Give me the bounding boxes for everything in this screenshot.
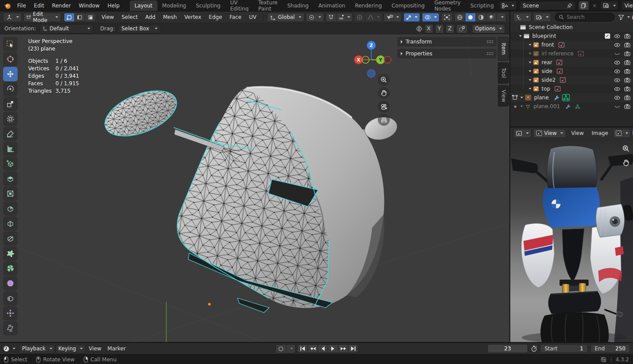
tool-measure[interactable] bbox=[3, 142, 18, 156]
shading-solid-button[interactable] bbox=[465, 13, 476, 22]
options-dropdown[interactable]: Options bbox=[472, 24, 505, 33]
transform-orientation-dropdown[interactable]: Global bbox=[267, 13, 304, 22]
hide-eye-icon[interactable] bbox=[614, 43, 620, 47]
zoom-button[interactable] bbox=[378, 74, 390, 86]
tool-annotate[interactable] bbox=[3, 127, 18, 141]
tool-transform[interactable] bbox=[3, 112, 18, 126]
new-scene-button[interactable] bbox=[578, 1, 589, 10]
auto-keying-settings[interactable] bbox=[286, 344, 296, 353]
show-overlays-toggle[interactable] bbox=[422, 13, 439, 22]
menu-view[interactable]: View bbox=[99, 12, 117, 22]
tool-loop-cut[interactable] bbox=[3, 216, 18, 231]
hide-eye-closed-icon[interactable] bbox=[614, 51, 620, 56]
outliner-row-side2[interactable]: side2 bbox=[510, 76, 633, 84]
outliner-search[interactable] bbox=[555, 13, 615, 22]
mirror-icon[interactable] bbox=[416, 25, 423, 32]
object-visibility-dropdown[interactable] bbox=[384, 13, 402, 22]
tab-compositing[interactable]: Compositing bbox=[387, 0, 429, 11]
blender-logo-icon[interactable] bbox=[4, 2, 11, 9]
npanel-tab-item[interactable]: Item bbox=[498, 37, 509, 61]
auto-keying-toggle[interactable] bbox=[275, 344, 286, 353]
properties-panel-header[interactable]: Properties bbox=[397, 49, 497, 58]
menu-add[interactable]: Add bbox=[142, 12, 158, 22]
menu-vertex[interactable]: Vertex bbox=[181, 12, 205, 22]
jump-to-end-button[interactable] bbox=[348, 344, 358, 353]
pan-button[interactable] bbox=[378, 87, 390, 99]
menu-face[interactable]: Face bbox=[227, 12, 245, 22]
hide-eye-icon[interactable] bbox=[614, 78, 620, 83]
menu-edit[interactable]: Edit bbox=[30, 1, 48, 11]
jump-prev-keyframe-button[interactable] bbox=[307, 344, 318, 353]
mirror-y-button[interactable]: Y bbox=[435, 24, 444, 33]
mode-dropdown[interactable]: Edit Mode bbox=[23, 13, 61, 22]
mirror-x-button[interactable]: X bbox=[424, 24, 433, 33]
frame-end-field[interactable]: End250 bbox=[590, 344, 630, 353]
editor-type-button[interactable] bbox=[3, 13, 22, 22]
tool-smooth[interactable] bbox=[3, 276, 18, 291]
tool-cursor[interactable] bbox=[3, 52, 18, 66]
playback-dropdown[interactable]: Playback bbox=[19, 344, 55, 353]
proportional-editing-button[interactable] bbox=[354, 13, 365, 22]
hide-eye-icon[interactable] bbox=[614, 95, 620, 100]
image-pan-icon[interactable] bbox=[622, 159, 629, 166]
perspective-toggle-button[interactable] bbox=[378, 114, 390, 126]
mirror-z-button[interactable]: Z bbox=[446, 24, 454, 33]
keying-dropdown[interactable]: Keying bbox=[55, 344, 86, 353]
tool-knife[interactable] bbox=[3, 231, 18, 246]
shading-dropdown[interactable] bbox=[497, 13, 506, 22]
menu-file[interactable]: File bbox=[13, 1, 30, 11]
frame-start-field[interactable]: Start1 bbox=[540, 344, 588, 353]
outliner-row-irl-reference[interactable]: irl reference bbox=[510, 49, 633, 58]
tab-modeling[interactable]: Modeling bbox=[157, 0, 191, 11]
outliner-row-plane[interactable]: plane bbox=[510, 93, 633, 102]
select-mode-edge-button[interactable] bbox=[74, 13, 85, 22]
snap-base-button[interactable] bbox=[456, 24, 468, 33]
unlink-scene-button[interactable]: × bbox=[592, 3, 598, 9]
render-camera-icon[interactable] bbox=[624, 33, 630, 39]
jump-to-start-button[interactable] bbox=[297, 344, 307, 353]
menu-mesh[interactable]: Mesh bbox=[160, 12, 180, 22]
hide-eye-icon[interactable] bbox=[614, 34, 620, 39]
render-camera-icon[interactable] bbox=[624, 104, 630, 109]
proportional-falloff-dropdown[interactable] bbox=[365, 13, 382, 22]
transform-panel-header[interactable]: Transform bbox=[397, 37, 497, 47]
render-camera-icon[interactable] bbox=[624, 51, 630, 56]
drag-select[interactable]: Select Box bbox=[118, 24, 161, 33]
geometry-nodes-icon[interactable] bbox=[574, 104, 581, 109]
select-mode-face-button[interactable] bbox=[85, 13, 96, 22]
timeline-menu-view[interactable]: View bbox=[86, 344, 104, 353]
play-button[interactable] bbox=[328, 344, 338, 353]
render-camera-icon[interactable] bbox=[624, 86, 630, 91]
image-zoom-icon[interactable] bbox=[622, 145, 629, 152]
camera-view-button[interactable] bbox=[378, 101, 390, 113]
tab-shading[interactable]: Shading bbox=[282, 0, 314, 11]
menu-render[interactable]: Render bbox=[48, 1, 75, 11]
play-reverse-button[interactable] bbox=[318, 344, 328, 353]
render-camera-icon[interactable] bbox=[624, 42, 630, 47]
image-menu-image[interactable]: Image bbox=[589, 128, 611, 138]
outliner-row-scene-collection[interactable]: Scene Collection bbox=[510, 23, 633, 32]
tool-shrink-fatten[interactable] bbox=[3, 306, 18, 320]
image-menu-view[interactable]: View bbox=[568, 128, 586, 138]
outliner-row-side[interactable]: side bbox=[510, 67, 633, 76]
hide-eye-icon[interactable] bbox=[614, 69, 620, 74]
hide-eye-icon[interactable] bbox=[614, 60, 620, 65]
exclude-checkbox[interactable]: ✓ bbox=[605, 33, 610, 39]
filter-dropdown[interactable] bbox=[618, 15, 630, 20]
modifier-wrench-icon[interactable] bbox=[554, 95, 560, 101]
tab-animation[interactable]: Animation bbox=[314, 0, 350, 11]
geometry-nodes-icon[interactable] bbox=[562, 94, 570, 101]
pin-icon[interactable] bbox=[567, 3, 572, 8]
outliner-row-top[interactable]: top bbox=[510, 84, 633, 93]
tool-bevel[interactable] bbox=[3, 201, 18, 216]
viewlayer-name-field[interactable]: ViewLayer bbox=[621, 1, 633, 10]
timeline-editor-type-button[interactable] bbox=[3, 346, 15, 352]
npanel-tab-tool[interactable]: Tool bbox=[498, 62, 509, 84]
shading-material-button[interactable] bbox=[476, 13, 486, 22]
viewlayer-browse-button[interactable] bbox=[600, 1, 618, 10]
search-input[interactable] bbox=[567, 14, 611, 20]
outliner-editor-type-button[interactable] bbox=[513, 13, 531, 22]
tool-spin[interactable] bbox=[3, 261, 18, 276]
timeline-menu-marker[interactable]: Marker bbox=[104, 344, 128, 353]
render-camera-icon[interactable] bbox=[624, 77, 630, 83]
